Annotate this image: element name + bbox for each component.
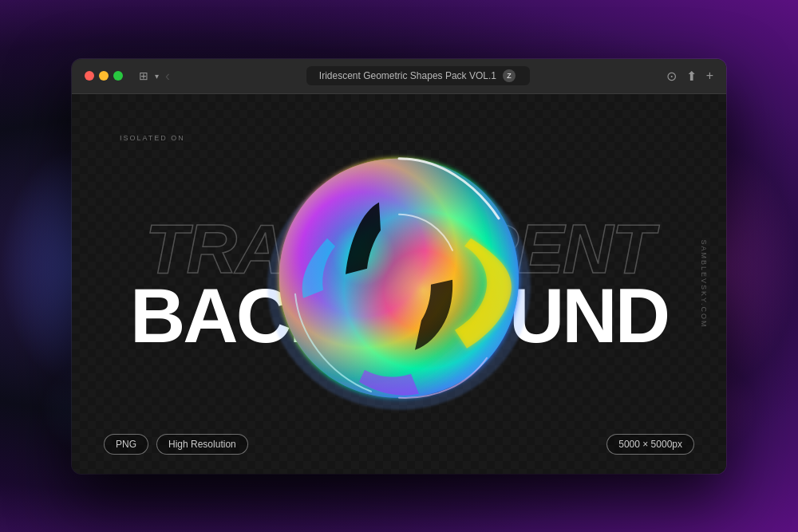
- grid-icon[interactable]: ⊞: [139, 69, 148, 82]
- title-bar-controls: ⊞ ▾ ‹: [139, 68, 170, 85]
- iridescent-ring: [255, 134, 543, 421]
- minimize-button[interactable]: [99, 71, 109, 81]
- download-icon[interactable]: ⊙: [666, 69, 677, 84]
- url-bar-title: Iridescent Geometric Shapes Pack VOL.1: [319, 70, 496, 81]
- url-bar[interactable]: Iridescent Geometric Shapes Pack VOL.1 Z: [306, 66, 530, 85]
- share-icon[interactable]: ⬆: [686, 69, 697, 84]
- traffic-lights: [85, 71, 123, 81]
- title-bar: ⊞ ▾ ‹ Iridescent Geometric Shapes Pack V…: [72, 59, 726, 94]
- back-icon[interactable]: ‹: [165, 68, 170, 85]
- badges-right: 5000 × 5000px: [606, 434, 694, 455]
- add-tab-icon[interactable]: +: [706, 69, 713, 83]
- maximize-button[interactable]: [113, 71, 123, 81]
- bottom-badges: PNG High Resolution 5000 × 5000px: [72, 434, 726, 455]
- browser-window: ⊞ ▾ ‹ Iridescent Geometric Shapes Pack V…: [72, 59, 726, 474]
- dimensions-badge: 5000 × 5000px: [606, 434, 694, 455]
- title-bar-actions: ⊙ ⬆ +: [666, 69, 713, 84]
- title-bar-center: Iridescent Geometric Shapes Pack VOL.1 Z: [180, 66, 657, 85]
- watermark: SAMBLEVSKY.COM: [701, 239, 709, 328]
- isolated-label: ISOLATED ON: [120, 134, 185, 142]
- resolution-badge: High Resolution: [156, 434, 248, 455]
- close-button[interactable]: [85, 71, 94, 81]
- chevron-down-icon[interactable]: ▾: [155, 72, 159, 81]
- url-bar-icon: Z: [503, 69, 516, 82]
- format-badge: PNG: [104, 434, 148, 455]
- badges-left: PNG High Resolution: [104, 434, 248, 455]
- content-area: ISOLATED ON TRANSPARENT BACKGROUND: [72, 94, 726, 474]
- ring-container: [255, 134, 543, 421]
